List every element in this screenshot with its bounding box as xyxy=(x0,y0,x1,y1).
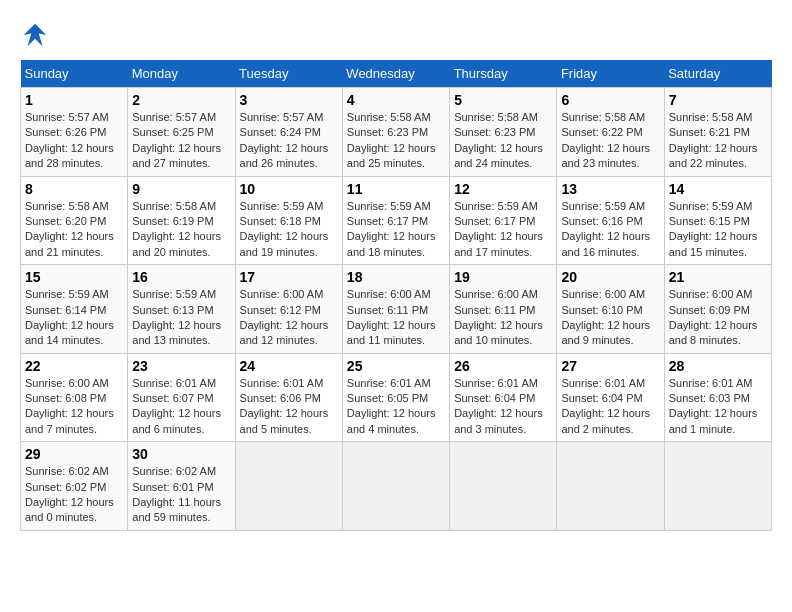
table-row: 7 Sunrise: 5:58 AMSunset: 6:21 PMDayligh… xyxy=(664,88,771,177)
day-number: 26 xyxy=(454,358,552,374)
day-number: 25 xyxy=(347,358,445,374)
day-header-monday: Monday xyxy=(128,60,235,88)
day-number: 11 xyxy=(347,181,445,197)
table-row xyxy=(450,442,557,531)
calendar-table: SundayMondayTuesdayWednesdayThursdayFrid… xyxy=(20,60,772,531)
table-row xyxy=(235,442,342,531)
day-number: 8 xyxy=(25,181,123,197)
table-row: 9 Sunrise: 5:58 AMSunset: 6:19 PMDayligh… xyxy=(128,176,235,265)
day-number: 16 xyxy=(132,269,230,285)
day-number: 1 xyxy=(25,92,123,108)
day-number: 9 xyxy=(132,181,230,197)
day-number: 30 xyxy=(132,446,230,462)
day-number: 12 xyxy=(454,181,552,197)
day-info: Sunrise: 6:01 AMSunset: 6:06 PMDaylight:… xyxy=(240,376,338,438)
day-number: 22 xyxy=(25,358,123,374)
day-number: 20 xyxy=(561,269,659,285)
day-info: Sunrise: 6:02 AMSunset: 6:01 PMDaylight:… xyxy=(132,464,230,526)
day-info: Sunrise: 6:01 AMSunset: 6:05 PMDaylight:… xyxy=(347,376,445,438)
day-info: Sunrise: 6:00 AMSunset: 6:11 PMDaylight:… xyxy=(454,287,552,349)
day-info: Sunrise: 6:01 AMSunset: 6:04 PMDaylight:… xyxy=(454,376,552,438)
table-row: 5 Sunrise: 5:58 AMSunset: 6:23 PMDayligh… xyxy=(450,88,557,177)
table-row: 30 Sunrise: 6:02 AMSunset: 6:01 PMDaylig… xyxy=(128,442,235,531)
logo-icon xyxy=(20,20,50,50)
table-row: 10 Sunrise: 5:59 AMSunset: 6:18 PMDaylig… xyxy=(235,176,342,265)
table-row: 27 Sunrise: 6:01 AMSunset: 6:04 PMDaylig… xyxy=(557,353,664,442)
day-info: Sunrise: 6:00 AMSunset: 6:12 PMDaylight:… xyxy=(240,287,338,349)
day-number: 18 xyxy=(347,269,445,285)
day-info: Sunrise: 5:57 AMSunset: 6:25 PMDaylight:… xyxy=(132,110,230,172)
table-row xyxy=(342,442,449,531)
day-number: 24 xyxy=(240,358,338,374)
table-row: 29 Sunrise: 6:02 AMSunset: 6:02 PMDaylig… xyxy=(21,442,128,531)
day-number: 4 xyxy=(347,92,445,108)
table-row: 21 Sunrise: 6:00 AMSunset: 6:09 PMDaylig… xyxy=(664,265,771,354)
day-info: Sunrise: 5:59 AMSunset: 6:18 PMDaylight:… xyxy=(240,199,338,261)
calendar-week-4: 22 Sunrise: 6:00 AMSunset: 6:08 PMDaylig… xyxy=(21,353,772,442)
day-info: Sunrise: 5:58 AMSunset: 6:23 PMDaylight:… xyxy=(454,110,552,172)
table-row: 18 Sunrise: 6:00 AMSunset: 6:11 PMDaylig… xyxy=(342,265,449,354)
day-info: Sunrise: 5:59 AMSunset: 6:15 PMDaylight:… xyxy=(669,199,767,261)
table-row: 22 Sunrise: 6:00 AMSunset: 6:08 PMDaylig… xyxy=(21,353,128,442)
table-row: 1 Sunrise: 5:57 AMSunset: 6:26 PMDayligh… xyxy=(21,88,128,177)
day-number: 7 xyxy=(669,92,767,108)
table-row: 25 Sunrise: 6:01 AMSunset: 6:05 PMDaylig… xyxy=(342,353,449,442)
table-row: 12 Sunrise: 5:59 AMSunset: 6:17 PMDaylig… xyxy=(450,176,557,265)
day-number: 2 xyxy=(132,92,230,108)
table-row: 14 Sunrise: 5:59 AMSunset: 6:15 PMDaylig… xyxy=(664,176,771,265)
day-number: 10 xyxy=(240,181,338,197)
day-number: 17 xyxy=(240,269,338,285)
svg-marker-0 xyxy=(24,24,47,47)
day-info: Sunrise: 5:59 AMSunset: 6:17 PMDaylight:… xyxy=(347,199,445,261)
logo xyxy=(20,20,54,50)
day-info: Sunrise: 5:58 AMSunset: 6:19 PMDaylight:… xyxy=(132,199,230,261)
day-info: Sunrise: 6:00 AMSunset: 6:10 PMDaylight:… xyxy=(561,287,659,349)
day-number: 6 xyxy=(561,92,659,108)
day-info: Sunrise: 6:01 AMSunset: 6:03 PMDaylight:… xyxy=(669,376,767,438)
day-info: Sunrise: 5:57 AMSunset: 6:26 PMDaylight:… xyxy=(25,110,123,172)
day-info: Sunrise: 6:00 AMSunset: 6:08 PMDaylight:… xyxy=(25,376,123,438)
page-header xyxy=(20,20,772,50)
day-header-tuesday: Tuesday xyxy=(235,60,342,88)
day-number: 29 xyxy=(25,446,123,462)
table-row: 23 Sunrise: 6:01 AMSunset: 6:07 PMDaylig… xyxy=(128,353,235,442)
day-info: Sunrise: 5:57 AMSunset: 6:24 PMDaylight:… xyxy=(240,110,338,172)
table-row: 19 Sunrise: 6:00 AMSunset: 6:11 PMDaylig… xyxy=(450,265,557,354)
day-info: Sunrise: 6:00 AMSunset: 6:09 PMDaylight:… xyxy=(669,287,767,349)
day-header-thursday: Thursday xyxy=(450,60,557,88)
table-row: 17 Sunrise: 6:00 AMSunset: 6:12 PMDaylig… xyxy=(235,265,342,354)
day-number: 23 xyxy=(132,358,230,374)
table-row xyxy=(664,442,771,531)
day-number: 15 xyxy=(25,269,123,285)
day-info: Sunrise: 5:58 AMSunset: 6:23 PMDaylight:… xyxy=(347,110,445,172)
day-info: Sunrise: 6:02 AMSunset: 6:02 PMDaylight:… xyxy=(25,464,123,526)
day-number: 5 xyxy=(454,92,552,108)
day-number: 3 xyxy=(240,92,338,108)
table-row: 15 Sunrise: 5:59 AMSunset: 6:14 PMDaylig… xyxy=(21,265,128,354)
table-row: 13 Sunrise: 5:59 AMSunset: 6:16 PMDaylig… xyxy=(557,176,664,265)
day-number: 14 xyxy=(669,181,767,197)
day-header-saturday: Saturday xyxy=(664,60,771,88)
day-number: 27 xyxy=(561,358,659,374)
day-info: Sunrise: 5:58 AMSunset: 6:20 PMDaylight:… xyxy=(25,199,123,261)
day-info: Sunrise: 6:01 AMSunset: 6:07 PMDaylight:… xyxy=(132,376,230,438)
day-info: Sunrise: 6:00 AMSunset: 6:11 PMDaylight:… xyxy=(347,287,445,349)
calendar-week-5: 29 Sunrise: 6:02 AMSunset: 6:02 PMDaylig… xyxy=(21,442,772,531)
day-number: 19 xyxy=(454,269,552,285)
table-row: 24 Sunrise: 6:01 AMSunset: 6:06 PMDaylig… xyxy=(235,353,342,442)
table-row: 16 Sunrise: 5:59 AMSunset: 6:13 PMDaylig… xyxy=(128,265,235,354)
table-row: 2 Sunrise: 5:57 AMSunset: 6:25 PMDayligh… xyxy=(128,88,235,177)
day-header-friday: Friday xyxy=(557,60,664,88)
table-row: 20 Sunrise: 6:00 AMSunset: 6:10 PMDaylig… xyxy=(557,265,664,354)
day-number: 13 xyxy=(561,181,659,197)
table-row: 3 Sunrise: 5:57 AMSunset: 6:24 PMDayligh… xyxy=(235,88,342,177)
day-info: Sunrise: 5:59 AMSunset: 6:14 PMDaylight:… xyxy=(25,287,123,349)
day-info: Sunrise: 5:59 AMSunset: 6:17 PMDaylight:… xyxy=(454,199,552,261)
day-header-sunday: Sunday xyxy=(21,60,128,88)
day-info: Sunrise: 5:59 AMSunset: 6:16 PMDaylight:… xyxy=(561,199,659,261)
day-number: 28 xyxy=(669,358,767,374)
calendar-week-1: 1 Sunrise: 5:57 AMSunset: 6:26 PMDayligh… xyxy=(21,88,772,177)
table-row: 11 Sunrise: 5:59 AMSunset: 6:17 PMDaylig… xyxy=(342,176,449,265)
table-row: 26 Sunrise: 6:01 AMSunset: 6:04 PMDaylig… xyxy=(450,353,557,442)
table-row xyxy=(557,442,664,531)
